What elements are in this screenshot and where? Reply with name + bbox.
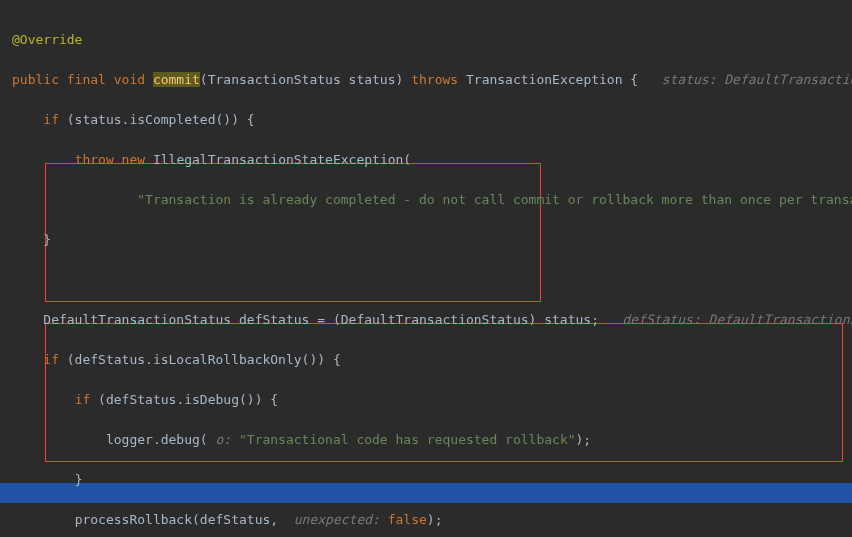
boolean: false: [388, 512, 427, 527]
code-text: );: [576, 432, 592, 447]
param-hint: o:: [208, 432, 239, 447]
string-literal: "Transaction is already completed - do n…: [137, 192, 852, 207]
keyword: throw new: [75, 152, 153, 167]
keyword: throws: [411, 72, 466, 87]
code-text: }: [75, 472, 83, 487]
keyword: if: [43, 352, 66, 367]
code-text: }: [43, 232, 51, 247]
code-line[interactable]: public final void commit(TransactionStat…: [12, 70, 852, 90]
code-text: processRollback(defStatus,: [75, 512, 286, 527]
code-line[interactable]: processRollback(defStatus, unexpected: f…: [12, 510, 852, 530]
param-hint: unexpected:: [286, 512, 388, 527]
inlay-hint: status: DefaultTransactionStatus@7652: [638, 72, 852, 87]
method-name: commit: [153, 72, 200, 87]
keywords: public final void: [12, 72, 153, 87]
code-line[interactable]: @Override: [12, 30, 852, 50]
code-area[interactable]: @Override public final void commit(Trans…: [0, 0, 852, 537]
inlay-hint: defStatus: DefaultTransactionStatus@7652: [599, 312, 852, 327]
code-line[interactable]: "Transaction is already completed - do n…: [12, 190, 852, 210]
code-text: (TransactionStatus status): [200, 72, 411, 87]
code-text: (defStatus.isLocalRollbackOnly()) {: [67, 352, 341, 367]
code-line[interactable]: [12, 270, 852, 290]
code-line[interactable]: logger.debug( o: "Transactional code has…: [12, 430, 852, 450]
code-text: (defStatus.isDebug()) {: [98, 392, 278, 407]
annotation: @Override: [12, 32, 82, 47]
code-line[interactable]: if (defStatus.isDebug()) {: [12, 390, 852, 410]
code-text: IllegalTransactionStateException(: [153, 152, 411, 167]
code-text: (status.isCompleted()) {: [67, 112, 255, 127]
editor-root: @Override public final void commit(Trans…: [0, 0, 852, 537]
code-line[interactable]: DefaultTransactionStatus defStatus = (De…: [12, 310, 852, 330]
code-line[interactable]: if (status.isCompleted()) {: [12, 110, 852, 130]
code-text: logger.debug(: [106, 432, 208, 447]
code-text: TransactionException {: [466, 72, 638, 87]
code-line[interactable]: throw new IllegalTransactionStateExcepti…: [12, 150, 852, 170]
keyword: if: [75, 392, 98, 407]
code-line[interactable]: if (defStatus.isLocalRollbackOnly()) {: [12, 350, 852, 370]
code-line[interactable]: }: [12, 230, 852, 250]
code-text: );: [427, 512, 443, 527]
keyword: if: [43, 112, 66, 127]
code-line[interactable]: }: [12, 470, 852, 490]
string-literal: "Transactional code has requested rollba…: [239, 432, 576, 447]
code-text: DefaultTransactionStatus defStatus = (De…: [43, 312, 599, 327]
